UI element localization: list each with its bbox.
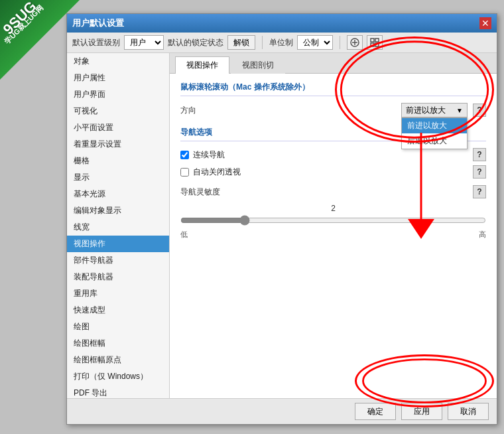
direction-dropdown[interactable]: 前进以放大 ▼: [401, 103, 468, 117]
direction-option-backward[interactable]: 后退以放大: [402, 133, 467, 149]
auto-close-checkbox[interactable]: [180, 168, 189, 177]
sidebar-item-visual[interactable]: 可视化: [67, 103, 169, 119]
auto-close-label[interactable]: 自动关闭透视: [193, 167, 241, 178]
svg-rect-2: [375, 38, 379, 42]
sidebar-item-display[interactable]: 显示: [67, 169, 169, 186]
sidebar-item-linewidth[interactable]: 线宽: [67, 219, 169, 236]
tab-bar: 视图操作 视图剖切: [170, 53, 497, 74]
dropdown-arrow: ▼: [456, 107, 463, 114]
tab-view-cut[interactable]: 视图剖切: [231, 56, 285, 74]
sidebar: 对象 用户属性 用户界面 可视化 小平面设置 着重显示设置 栅格 显示 基本光源…: [67, 53, 170, 398]
continuous-nav-row: 连续导航 ?: [180, 148, 486, 161]
sidebar-item-grid[interactable]: 栅格: [67, 153, 169, 169]
slider-section: 导航灵敏度 ? 2 低 高: [180, 185, 486, 240]
sidebar-item-pdf[interactable]: PDF 导出: [67, 385, 169, 398]
continuous-nav-checkbox[interactable]: [180, 151, 189, 159]
toolbar: 默认设置级别 用户 站点 组 默认的锁定状态 解锁 单位制 公制 英制: [67, 33, 497, 53]
title-bar: 用户默认设置 ✕: [67, 14, 497, 33]
direction-row: 方向 前进以放大 ▼ 前进以放大 后退以放大 ?: [180, 103, 486, 117]
tool-icon2[interactable]: [367, 35, 383, 50]
continuous-nav-help-btn[interactable]: ?: [473, 148, 486, 161]
sidebar-item-print[interactable]: 打印（仅 Windows）: [67, 368, 169, 385]
tab-view-op[interactable]: 视图操作: [175, 56, 229, 74]
slider-min-label: 低: [180, 230, 188, 240]
separator1: [262, 36, 263, 49]
sidebar-item-drawing-format[interactable]: 绘图框幅: [67, 335, 169, 352]
auto-close-help-btn[interactable]: ?: [473, 165, 486, 179]
close-button[interactable]: ✕: [479, 17, 491, 29]
bottom-bar: 确定 应用 取消: [67, 398, 497, 424]
nav-sensitivity-row: 导航灵敏度 ?: [180, 185, 486, 198]
main-content: 对象 用户属性 用户界面 可视化 小平面设置 着重显示设置 栅格 显示 基本光源…: [67, 53, 497, 398]
preferences-dialog: 用户默认设置 ✕ 默认设置级别 用户 站点 组 默认的锁定状态 解锁 单位制 公…: [66, 13, 497, 425]
direction-selected-value: 前进以放大: [406, 105, 446, 116]
sidebar-item-view-op[interactable]: 视图操作: [67, 236, 169, 252]
tool-icon1[interactable]: [347, 35, 363, 50]
sidebar-item-user-attr[interactable]: 用户属性: [67, 70, 169, 86]
slider-max-label: 高: [479, 230, 486, 240]
sidebar-item-object[interactable]: 对象: [67, 53, 169, 70]
nav-sensitivity-help-btn[interactable]: ?: [473, 185, 486, 198]
watermark-line1: 9SUG: [0, 0, 40, 38]
default-level-select[interactable]: 用户 站点 组: [124, 35, 164, 50]
sidebar-item-reuse-lib[interactable]: 重用库: [67, 285, 169, 302]
continuous-nav-label[interactable]: 连续导航: [193, 149, 225, 161]
direction-dropdown-container: 前进以放大 ▼ 前进以放大 后退以放大: [401, 103, 468, 117]
lock-state-label: 默认的锁定状态: [168, 37, 223, 48]
svg-rect-1: [371, 38, 374, 42]
auto-close-row: 自动关闭透视 ?: [180, 165, 486, 179]
sidebar-item-asm-nav[interactable]: 装配导航器: [67, 269, 169, 285]
nav-sensitivity-slider[interactable]: [180, 214, 486, 226]
tab-content-view-op: 鼠标滚轮滚动（Mac 操作系统除外） 方向 前进以放大 ▼ 前进以放大 后退以放…: [170, 74, 497, 398]
svg-rect-4: [375, 43, 379, 46]
direction-help-btn[interactable]: ?: [473, 104, 486, 117]
default-level-label: 默认设置级别: [72, 37, 120, 48]
sidebar-item-edit-display[interactable]: 编辑对象显示: [67, 202, 169, 219]
sidebar-item-rapid[interactable]: 快速成型: [67, 302, 169, 319]
nav-sensitivity-label: 导航灵敏度: [180, 186, 220, 198]
sidebar-item-highlight[interactable]: 着重显示设置: [67, 136, 169, 153]
right-panel: 视图操作 视图剖切 鼠标滚轮滚动（Mac 操作系统除外） 方向 前进以放大 ▼: [170, 53, 497, 398]
mouse-scroll-title: 鼠标滚轮滚动（Mac 操作系统除外）: [180, 82, 486, 96]
apply-button[interactable]: 应用: [401, 403, 442, 420]
unit-select[interactable]: 公制 英制: [297, 35, 333, 50]
sidebar-item-part-nav[interactable]: 部件导航器: [67, 252, 169, 269]
svg-rect-3: [371, 43, 374, 46]
sidebar-item-light[interactable]: 基本光源: [67, 186, 169, 202]
sidebar-item-facet[interactable]: 小平面设置: [67, 119, 169, 136]
cancel-button[interactable]: 取消: [448, 403, 489, 420]
sidebar-item-drawing[interactable]: 绘图: [67, 319, 169, 335]
sidebar-item-user-ui[interactable]: 用户界面: [67, 86, 169, 103]
sidebar-item-drawing-origin[interactable]: 绘图框幅原点: [67, 352, 169, 368]
unlock-button[interactable]: 解锁: [227, 35, 255, 50]
dialog-title: 用户默认设置: [72, 17, 124, 29]
slider-value-display: 2: [180, 204, 486, 213]
direction-label: 方向: [180, 105, 220, 116]
unit-label: 单位制: [269, 37, 293, 48]
watermark-line2: 学UG就上UG网: [3, 3, 46, 46]
direction-options: 前进以放大 后退以放大: [401, 117, 468, 149]
direction-option-forward[interactable]: 前进以放大: [402, 118, 467, 133]
slider-labels: 低 高: [180, 230, 486, 240]
confirm-button[interactable]: 确定: [355, 403, 396, 420]
slider-container: [180, 214, 486, 228]
separator2: [340, 36, 340, 49]
